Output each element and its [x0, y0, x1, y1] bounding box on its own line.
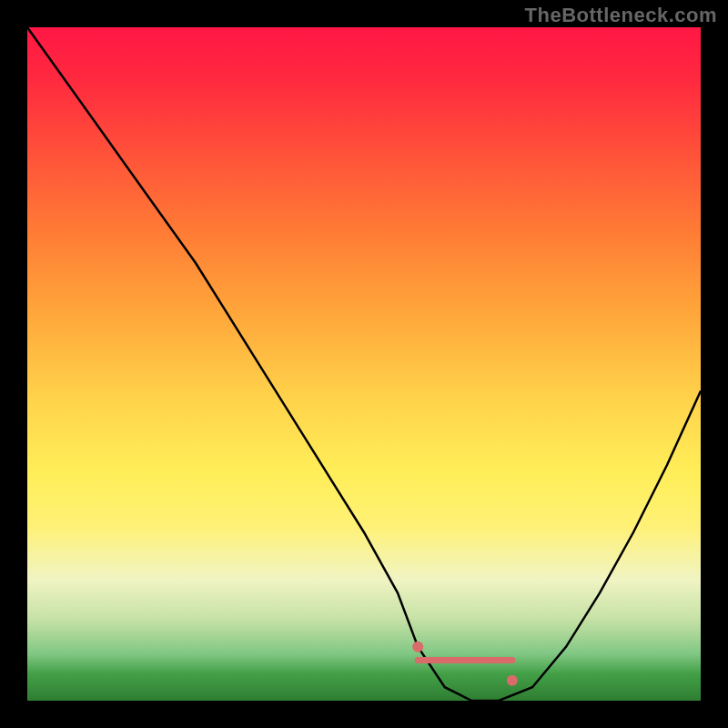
optimal-markers	[27, 27, 701, 701]
marker-dot	[412, 642, 423, 652]
attribution-text: TheBottleneck.com	[525, 4, 717, 27]
plot-area	[27, 27, 701, 701]
marker-dot	[507, 675, 518, 686]
chart-frame: TheBottleneck.com	[0, 0, 728, 728]
